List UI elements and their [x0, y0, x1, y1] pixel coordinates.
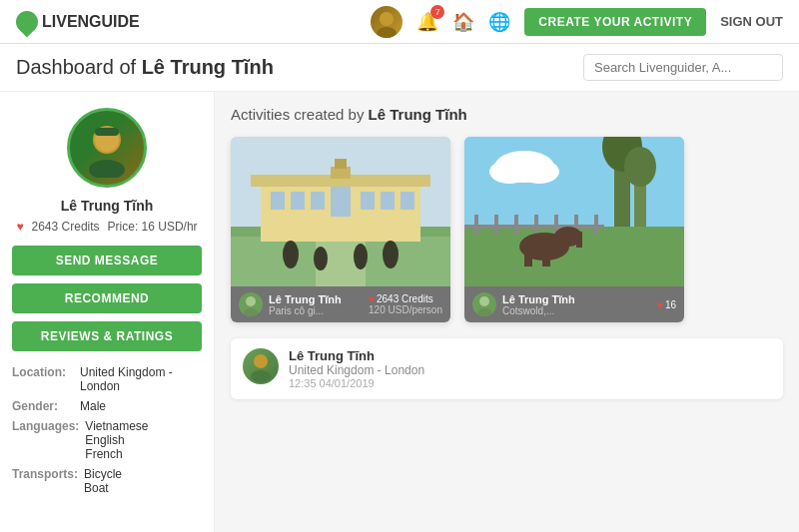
activity-card-1[interactable]: Lê Trung Tĩnh Cotswold,... ♥ 16: [464, 137, 684, 322]
svg-rect-14: [311, 192, 325, 210]
card-name-0: Lê Trung Tĩnh: [269, 293, 363, 305]
svg-point-34: [624, 147, 656, 187]
activity-item-location-0: United Kingdom - London: [289, 363, 771, 377]
svg-rect-18: [400, 192, 414, 210]
activity-item-avatar-0: [243, 348, 279, 384]
svg-point-30: [519, 160, 559, 184]
card-footer-1: Lê Trung Tĩnh Cotswold,... ♥ 16: [464, 286, 684, 322]
navbar-icons: 🔔 7 🏠 🌐 CREATE YOUR ACTIVITY SIGN OUT: [371, 6, 783, 38]
card-info-1: Lê Trung Tĩnh Cotswold,...: [502, 293, 651, 316]
content-area: Activities created by Lê Trung Tĩnh: [215, 92, 799, 532]
location-row: Location: United Kingdom - London: [12, 365, 202, 393]
svg-rect-38: [494, 215, 498, 235]
profile-credits: ♥ 2643 Credits Price: 16 USD/hr: [12, 220, 202, 234]
card-name-1: Lê Trung Tĩnh: [502, 293, 651, 305]
activity-list: Lê Trung Tĩnh United Kingdom - London 12…: [231, 338, 783, 399]
title-prefix: Dashboard of: [16, 56, 142, 78]
sidebar: Lê Trung Tĩnh ♥ 2643 Credits Price: 16 U…: [0, 92, 215, 532]
svg-point-0: [380, 12, 394, 26]
activity-item-name-0: Lê Trung Tĩnh: [289, 348, 771, 363]
card-price-0: 120 USD/person: [369, 304, 442, 315]
svg-point-50: [477, 308, 491, 316]
card-image-palace: [231, 137, 450, 286]
svg-rect-40: [534, 215, 538, 235]
card-info-0: Lê Trung Tĩnh Paris cô gi...: [269, 293, 363, 316]
heart-icon: ♥: [16, 220, 23, 234]
card-right-0: ♥ 2643 Credits 120 USD/person: [369, 293, 442, 315]
activity-item-time-0: 12:35 04/01/2019: [289, 377, 771, 389]
svg-rect-46: [542, 247, 550, 266]
gender-value: Male: [80, 399, 106, 413]
svg-rect-15: [331, 187, 351, 217]
page-header: Dashboard of Lê Trung Tĩnh: [0, 44, 799, 92]
svg-point-3: [89, 160, 125, 178]
card-avatar-0: [239, 292, 263, 316]
logo-leaf-icon: [11, 6, 42, 37]
languages-label: Languages:: [12, 419, 79, 461]
transports-row: Transports: Bicycle Boat: [12, 467, 202, 495]
sign-out-button[interactable]: SIGN OUT: [720, 14, 783, 29]
svg-point-1: [377, 27, 397, 38]
send-message-button[interactable]: SEND MESSAGE: [12, 246, 202, 275]
svg-rect-20: [335, 159, 347, 169]
location-value: United Kingdom - London: [80, 365, 202, 393]
svg-rect-39: [514, 215, 518, 235]
main-layout: Lê Trung Tĩnh ♥ 2643 Credits Price: 16 U…: [0, 92, 799, 532]
navbar: LIVENGUIDE 🔔 7 🏠 🌐 CREATE YOUR ACTIVITY …: [0, 0, 799, 44]
activity-card-0[interactable]: Lê Trung Tĩnh Paris cô gi... ♥ 2643 Cred…: [231, 137, 450, 322]
svg-rect-43: [594, 215, 598, 235]
svg-rect-16: [361, 192, 375, 210]
card-credits-1: ♥ 16: [657, 299, 676, 310]
recommend-button[interactable]: RECOMMEND: [12, 283, 202, 313]
notification-icon[interactable]: 🔔 7: [416, 11, 438, 33]
svg-point-26: [244, 308, 258, 316]
title-name: Lê Trung Tĩnh: [142, 56, 274, 78]
svg-point-25: [246, 296, 256, 306]
profile-avatar: [67, 108, 147, 188]
card-avatar-1: [472, 292, 496, 316]
svg-point-52: [251, 370, 271, 382]
profile-avatar-wrap: [12, 108, 202, 188]
activity-item-0[interactable]: Lê Trung Tĩnh United Kingdom - London 12…: [231, 338, 783, 399]
logo[interactable]: LIVENGUIDE: [16, 11, 140, 33]
languages-value: Vietnamese English French: [85, 419, 148, 461]
card-right-1: ♥ 16: [657, 299, 676, 310]
svg-point-51: [254, 354, 268, 368]
card-credits-0: ♥ 2643 Credits: [369, 293, 442, 304]
svg-rect-45: [524, 247, 532, 266]
card-sub-1: Cotswold,...: [502, 305, 651, 316]
svg-point-24: [383, 241, 399, 268]
svg-rect-48: [576, 232, 582, 248]
home-icon[interactable]: 🏠: [452, 11, 474, 33]
card-credits-val-1: 16: [665, 299, 676, 310]
user-avatar[interactable]: [371, 6, 402, 38]
create-activity-button[interactable]: CREATE YOUR ACTIVITY: [524, 8, 706, 36]
svg-rect-37: [474, 215, 478, 235]
globe-icon[interactable]: 🌐: [488, 11, 510, 33]
section-title: Activities created by Lê Trung Tĩnh: [231, 106, 783, 123]
card-image-countryside: [464, 137, 684, 286]
gender-label: Gender:: [12, 399, 74, 413]
reviews-ratings-button[interactable]: REVIEWS & RATINGS: [12, 321, 202, 351]
svg-rect-5: [95, 128, 119, 136]
languages-row: Languages: Vietnamese English French: [12, 419, 202, 461]
credits-value: 2643 Credits: [32, 220, 100, 234]
location-label: Location:: [12, 365, 74, 393]
svg-rect-13: [291, 192, 305, 210]
card-credits-val-0: 2643 Credits: [377, 293, 433, 304]
gender-row: Gender: Male: [12, 399, 202, 413]
svg-point-22: [314, 247, 328, 270]
activity-cards: Lê Trung Tĩnh Paris cô gi... ♥ 2643 Cred…: [231, 137, 783, 322]
card-footer-0: Lê Trung Tĩnh Paris cô gi... ♥ 2643 Cred…: [231, 286, 450, 322]
svg-point-21: [283, 241, 299, 268]
search-input[interactable]: [583, 54, 783, 81]
profile-info: Location: United Kingdom - London Gender…: [12, 365, 202, 495]
page-title: Dashboard of Lê Trung Tĩnh: [16, 56, 274, 79]
logo-text: LIVENGUIDE: [42, 13, 140, 31]
card-sub-0: Paris cô gi...: [269, 305, 363, 316]
transports-label: Transports:: [12, 467, 78, 495]
section-title-prefix: Activities created by: [231, 106, 369, 123]
price-value: Price: 16 USD/hr: [108, 220, 198, 234]
activity-item-content-0: Lê Trung Tĩnh United Kingdom - London 12…: [289, 348, 771, 389]
profile-name: Lê Trung Tĩnh: [12, 198, 202, 214]
